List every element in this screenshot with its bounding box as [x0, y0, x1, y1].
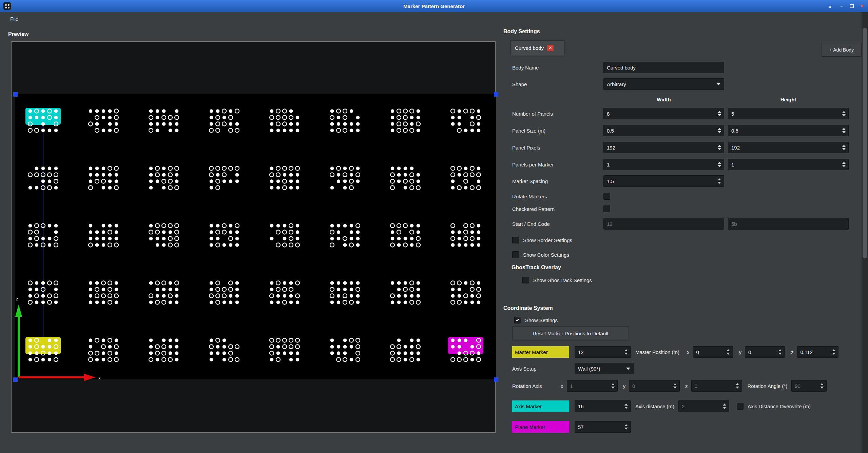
master-position-x-spinbox[interactable]: 0 [693, 346, 733, 358]
shade-window-icon[interactable]: ▴ [827, 3, 833, 9]
menu-file[interactable]: File [7, 15, 22, 23]
plane-marker-spinbox[interactable]: 57 [575, 421, 631, 433]
close-window-icon[interactable]: ✕ [859, 3, 865, 9]
master-position-z-spinbox[interactable]: 0.112 [797, 346, 838, 358]
spinner-arrows-icon[interactable] [622, 347, 631, 357]
panels-per-marker-width-spinbox[interactable]: 1 [603, 159, 724, 170]
checkered-pattern-checkbox[interactable] [603, 205, 610, 212]
number-of-panels-height-spinbox[interactable]: 5 [728, 108, 849, 119]
maximize-window-icon[interactable] [850, 4, 854, 8]
start-code-input[interactable]: 12 [603, 218, 724, 230]
master-position-z-label: z [791, 349, 794, 355]
rotate-markers-row: Rotate Markers [512, 192, 614, 201]
end-code-input[interactable]: 5b [728, 218, 849, 230]
spinner-arrows-icon[interactable] [715, 176, 724, 186]
spinner-arrows-icon[interactable] [829, 347, 838, 357]
preview-panel: zx [11, 41, 496, 433]
spinner-arrows-icon[interactable] [840, 142, 848, 153]
rotation-axis-label: Rotation Axis [512, 383, 561, 389]
show-ghostrack-settings-label: Show GhosTrack Settings [533, 277, 592, 283]
body-settings-title: Body Settings [503, 28, 540, 35]
show-color-settings-label: Show Color Settings [523, 252, 569, 258]
spinner-arrows-icon[interactable] [817, 380, 826, 391]
settings-panel: Body Settings Curved body ✕ + Add Body B… [503, 12, 862, 453]
checkered-pattern-row: Checkered Pattern [512, 204, 614, 214]
body-name-row: Body Name Curved body [512, 62, 724, 73]
rotation-axis-x-label: x [561, 383, 563, 389]
panel-pixels-width-spinbox[interactable]: 192 [603, 142, 724, 153]
scrollbar-thumb[interactable] [863, 28, 867, 258]
axis-setup-row: Axis Setup Wall (90°) [512, 363, 634, 374]
master-marker-spinbox[interactable]: 12 [575, 346, 631, 358]
rotate-markers-checkbox[interactable] [603, 193, 610, 200]
axis-distance-spinbox[interactable]: 2 [678, 400, 729, 412]
show-settings-row: ✔ Show Settings [514, 315, 558, 325]
master-marker-label: Master Marker [512, 346, 569, 358]
spinner-arrows-icon[interactable] [720, 401, 729, 412]
title-bar[interactable]: Marker Pattern Generator ▴ − ✕ [0, 0, 868, 12]
marker-spacing-spinbox[interactable]: 1.5 [603, 175, 724, 187]
add-body-button[interactable]: + Add Body [822, 43, 862, 57]
panel-size-row: Panel Size (m) 0.5 0.5 [512, 125, 849, 136]
show-ghostrack-settings-checkbox[interactable] [522, 277, 529, 283]
rotation-axis-y-spinbox[interactable]: 0 [629, 380, 680, 392]
svg-text:z: z [16, 296, 18, 301]
plane-marker-label: Plane Marker [512, 421, 569, 433]
master-position-y-spinbox[interactable]: 0 [745, 346, 785, 358]
spinner-arrows-icon[interactable] [840, 159, 848, 170]
shape-label: Shape [512, 81, 603, 87]
tab-curved-body[interactable]: Curved body ✕ [510, 40, 565, 55]
rotation-axis-z-spinbox[interactable]: 0 [691, 380, 742, 392]
spinner-arrows-icon[interactable] [609, 380, 617, 391]
app-icon[interactable] [3, 2, 11, 10]
number-of-panels-width-spinbox[interactable]: 8 [603, 108, 724, 119]
plane-marker-row: Plane Marker 57 [512, 421, 631, 433]
window-title: Marker Pattern Generator [403, 3, 465, 9]
show-settings-label: Show Settings [525, 317, 558, 323]
axis-distance-overwrite-checkbox[interactable] [737, 403, 744, 410]
spinner-arrows-icon[interactable] [715, 108, 724, 119]
column-headers-row: Width Height [512, 96, 849, 103]
reset-marker-positions-button[interactable]: Reset Marker Positions to Default [512, 326, 629, 340]
spinner-arrows-icon[interactable] [715, 125, 724, 136]
rotation-angle-spinbox[interactable]: 90 [791, 380, 827, 392]
panel-pixels-height-spinbox[interactable]: 192 [728, 142, 849, 153]
spinner-arrows-icon[interactable] [715, 159, 724, 170]
spinner-arrows-icon[interactable] [671, 380, 679, 391]
spinner-arrows-icon[interactable] [724, 347, 733, 357]
axis-marker-spinbox[interactable]: 16 [575, 400, 631, 412]
panels-per-marker-height-spinbox[interactable]: 1 [728, 159, 849, 170]
panel-size-width-spinbox[interactable]: 0.5 [603, 125, 724, 136]
spinner-arrows-icon[interactable] [776, 347, 785, 357]
master-position-y-label: y [739, 349, 742, 355]
master-marker-row: Master Marker 12 Master Position (m) x 0… [512, 346, 838, 358]
show-settings-checkbox[interactable]: ✔ [514, 317, 521, 323]
close-tab-icon[interactable]: ✕ [547, 45, 554, 51]
marker-preview-canvas[interactable]: zx [15, 94, 496, 379]
spinner-arrows-icon[interactable] [840, 108, 848, 119]
spinner-arrows-icon[interactable] [622, 421, 631, 432]
master-position-label: Master Position (m) [635, 349, 679, 355]
rotation-axis-x-spinbox[interactable]: 1 [567, 380, 618, 392]
ghostrack-overlay-title: GhosTrack Overlay [512, 264, 561, 271]
panel-size-height-spinbox[interactable]: 0.5 [728, 125, 849, 136]
show-border-settings-label: Show Border Settings [523, 237, 572, 243]
minimize-window-icon[interactable]: − [838, 3, 845, 9]
axis-marker-label: Axis Marker [512, 400, 569, 412]
spinner-arrows-icon[interactable] [733, 380, 742, 391]
shape-dropdown[interactable]: Arbitrary [603, 78, 724, 90]
spinner-arrows-icon[interactable] [622, 401, 631, 412]
body-name-input[interactable]: Curved body [603, 62, 724, 73]
show-border-settings-checkbox[interactable] [512, 237, 519, 243]
checkered-pattern-label: Checkered Pattern [512, 206, 603, 212]
show-color-settings-row: Show Color Settings [512, 250, 569, 259]
tab-label: Curved body [515, 45, 544, 51]
rotate-markers-label: Rotate Markers [512, 194, 603, 199]
spinner-arrows-icon[interactable] [840, 125, 848, 136]
show-color-settings-checkbox[interactable] [512, 251, 519, 258]
spinner-arrows-icon[interactable] [715, 142, 724, 153]
shape-row: Shape Arbitrary [512, 78, 724, 90]
master-position-x-label: x [687, 349, 690, 355]
vertical-scrollbar[interactable] [862, 12, 868, 453]
axis-setup-dropdown[interactable]: Wall (90°) [575, 363, 634, 374]
